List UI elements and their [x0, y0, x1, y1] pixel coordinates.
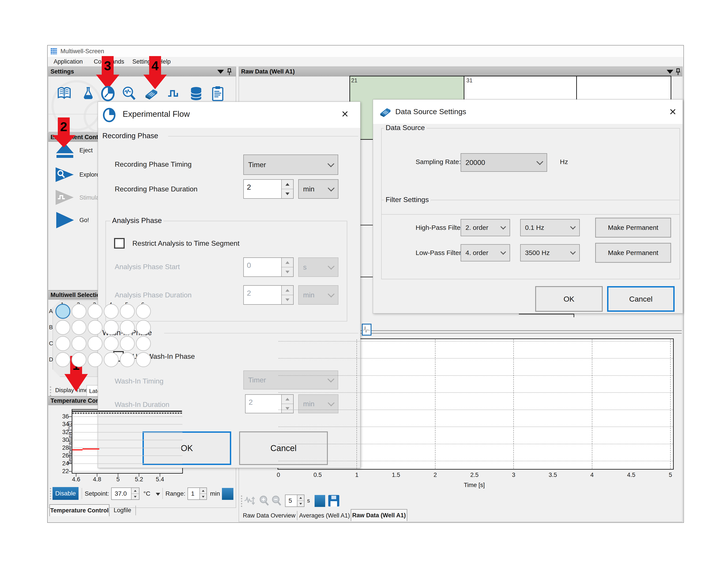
- well-C6[interactable]: [136, 336, 151, 351]
- high-pass-make-permanent-button[interactable]: Make Permanent: [595, 218, 671, 237]
- time-window-input[interactable]: 5: [285, 495, 304, 507]
- well-B5[interactable]: [120, 320, 135, 335]
- well-A1-selected[interactable]: [55, 304, 70, 319]
- pin-icon[interactable]: [226, 68, 233, 76]
- menu-application[interactable]: Application: [54, 58, 83, 65]
- well-D2[interactable]: [71, 352, 86, 367]
- tab-raw-data-well-a1[interactable]: Raw Data (Well A1): [351, 509, 407, 521]
- tab-averages-well-a1[interactable]: Averages (Well A1): [299, 510, 350, 521]
- wash-in-duration-unit-select[interactable]: min: [298, 394, 338, 413]
- well-A5[interactable]: [120, 304, 135, 319]
- well-B2[interactable]: [71, 320, 86, 335]
- sampling-rate-unit: Hz: [560, 158, 568, 165]
- low-pass-frequency-select[interactable]: 3500 Hz: [520, 244, 580, 261]
- temp-ytick-label: 28: [58, 445, 69, 451]
- range-input[interactable]: 1: [188, 488, 207, 500]
- panel-chevron-down-icon[interactable]: [667, 70, 673, 74]
- well-D6[interactable]: [136, 352, 151, 367]
- tab-temperature-control[interactable]: Temperature Control: [49, 504, 109, 516]
- close-icon[interactable]: ×: [669, 105, 676, 117]
- well-B3[interactable]: [88, 320, 103, 335]
- well-C5[interactable]: [120, 336, 135, 351]
- temp-ytick-label: 34: [58, 421, 69, 428]
- recording-phase-duration-unit-select[interactable]: min: [298, 179, 338, 199]
- well-D1[interactable]: [55, 352, 70, 367]
- analysis-phase-duration-input[interactable]: 2: [243, 285, 294, 305]
- tab-logfile[interactable]: Logfile: [110, 505, 135, 516]
- wash-in-timing-select[interactable]: Timer: [243, 371, 338, 390]
- signal-zoom-icon[interactable]: [244, 495, 256, 507]
- recording-phase-timing-select[interactable]: Timer: [243, 154, 338, 175]
- recording-phase-duration-label: Recording Phase Duration: [115, 185, 197, 193]
- save-icon[interactable]: [328, 495, 340, 507]
- well-B1[interactable]: [55, 320, 70, 335]
- stimulate-icon[interactable]: [55, 189, 75, 205]
- well-C1[interactable]: [55, 336, 70, 351]
- raw-vgridline: [592, 339, 592, 469]
- panel-chevron-down-icon[interactable]: [217, 70, 224, 74]
- well-A6[interactable]: [136, 304, 151, 319]
- raw-xtick-label: 0.5: [310, 472, 325, 478]
- low-pass-order-select[interactable]: 4. order: [461, 244, 510, 261]
- raw-indicator-button[interactable]: [315, 495, 325, 507]
- book-icon[interactable]: [57, 86, 75, 102]
- high-pass-frequency-select[interactable]: 0.1 Hz: [520, 219, 580, 236]
- low-pass-make-permanent-button[interactable]: Make Permanent: [595, 243, 671, 263]
- temp-ytick: [69, 424, 72, 425]
- chip-icon[interactable]: [143, 86, 161, 102]
- tab-raw-data-overview[interactable]: Raw Data Overview: [243, 510, 296, 521]
- analysis-phase-start-unit-select[interactable]: s: [298, 257, 338, 277]
- analysis-phase-duration-unit-select[interactable]: min: [298, 285, 338, 305]
- well-C2[interactable]: [71, 336, 86, 351]
- zoom-out-icon[interactable]: [271, 495, 282, 507]
- explore-button-label[interactable]: Explore: [79, 171, 100, 178]
- setpoint-input[interactable]: 37.0: [111, 488, 139, 500]
- well-A3[interactable]: [88, 304, 103, 319]
- wash-in-duration-label: Wash-In Duration: [115, 401, 169, 409]
- well-C3[interactable]: [88, 336, 103, 351]
- zoom-in-icon[interactable]: [259, 495, 270, 507]
- search-wave-icon[interactable]: [122, 86, 139, 102]
- well-A2[interactable]: [71, 304, 86, 319]
- go-button-label[interactable]: Go!: [79, 217, 89, 224]
- data-source-cancel-button[interactable]: Cancel: [607, 286, 675, 312]
- raw-hgridline: [278, 410, 673, 410]
- wash-in-duration-input[interactable]: 2: [245, 394, 294, 413]
- data-source-ok-button[interactable]: OK: [535, 286, 603, 312]
- clipboard-icon[interactable]: [211, 86, 229, 102]
- pulse-icon[interactable]: [167, 86, 184, 102]
- go-icon[interactable]: [56, 212, 74, 228]
- high-pass-order-select[interactable]: 2. order: [461, 219, 510, 236]
- well-B6[interactable]: [136, 320, 151, 335]
- toolbar-grip[interactable]: [50, 386, 51, 396]
- explore-icon[interactable]: [55, 167, 75, 182]
- eject-button-label[interactable]: Eject: [79, 147, 93, 154]
- series-upper-limit: [72, 411, 182, 412]
- temp-xtick-label: 5.4: [152, 476, 168, 483]
- pin-icon[interactable]: [675, 68, 681, 76]
- toolbar-grip[interactable]: [241, 495, 242, 507]
- toolbar-grip[interactable]: [50, 488, 51, 499]
- experimental-flow-cancel-button[interactable]: Cancel: [239, 431, 328, 465]
- disable-button[interactable]: Disable: [53, 487, 79, 500]
- temp-gridline: [72, 432, 182, 433]
- recording-phase-duration-input[interactable]: 2: [243, 179, 294, 199]
- restrict-analysis-checkbox[interactable]: [114, 238, 125, 248]
- experimental-flow-ok-button[interactable]: OK: [143, 431, 231, 465]
- sampling-rate-select[interactable]: 20000: [461, 153, 547, 172]
- analysis-phase-start-input[interactable]: 0: [243, 257, 294, 277]
- waveform-toggle-button[interactable]: [362, 324, 372, 336]
- unit-dropdown-icon[interactable]: [156, 493, 160, 496]
- well-C4[interactable]: [104, 336, 119, 351]
- setpoint-unit[interactable]: °C: [143, 490, 150, 497]
- well-D4[interactable]: [104, 352, 119, 367]
- flask-icon[interactable]: [82, 86, 99, 102]
- clock-icon[interactable]: [101, 86, 119, 102]
- close-icon[interactable]: ×: [341, 108, 349, 120]
- well-B4[interactable]: [104, 320, 119, 335]
- well-D5[interactable]: [120, 352, 135, 367]
- well-A4[interactable]: [104, 304, 119, 319]
- database-icon[interactable]: [189, 86, 207, 102]
- well-D3[interactable]: [88, 352, 103, 367]
- temperature-indicator-button[interactable]: [222, 488, 233, 500]
